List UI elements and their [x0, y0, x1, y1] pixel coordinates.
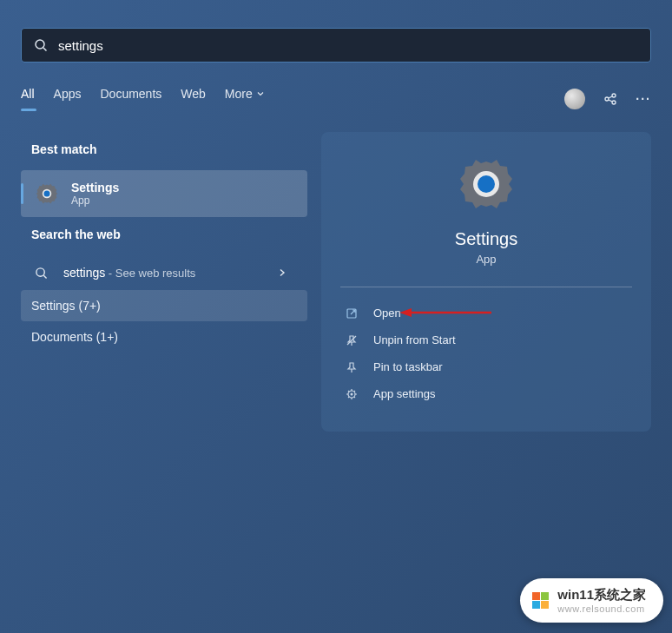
- filter-tabs-row: All Apps Documents Web More ···: [0, 80, 672, 118]
- svg-point-4: [612, 101, 616, 104]
- watermark-logo: [532, 592, 549, 609]
- tab-documents[interactable]: Documents: [100, 87, 161, 111]
- chevron-right-icon: [278, 265, 287, 280]
- web-result-term: settings: [63, 266, 105, 280]
- search-input[interactable]: [58, 38, 638, 53]
- preview-panel: Settings App Open Unpin from Start: [321, 132, 651, 432]
- web-result-suffix: - See web results: [105, 267, 195, 280]
- search-web-header: Search the web: [21, 217, 307, 252]
- svg-point-2: [605, 97, 609, 101]
- tab-more[interactable]: More: [225, 87, 265, 111]
- preview-title: Settings: [455, 229, 517, 249]
- svg-point-8: [44, 191, 50, 197]
- pin-taskbar-action[interactable]: Pin to taskbar: [340, 353, 632, 380]
- more-options-icon[interactable]: ···: [636, 92, 651, 106]
- watermark: win11系统之家 www.relsound.com: [520, 578, 663, 623]
- result-title: Settings: [71, 181, 119, 195]
- svg-line-5: [609, 96, 612, 98]
- svg-line-10: [43, 275, 46, 278]
- gear-icon: [458, 156, 514, 212]
- gear-icon: [35, 181, 59, 206]
- unpin-action[interactable]: Unpin from Start: [340, 326, 632, 353]
- tab-web[interactable]: Web: [181, 87, 206, 111]
- tab-all[interactable]: All: [21, 87, 35, 111]
- svg-line-1: [43, 48, 47, 51]
- search-box[interactable]: [21, 28, 651, 63]
- unpin-label: Unpin from Start: [373, 333, 456, 346]
- pin-icon: [344, 361, 359, 373]
- documents-category-row[interactable]: Documents (1+): [21, 321, 307, 353]
- open-icon: [344, 307, 359, 320]
- avatar[interactable]: [564, 89, 585, 109]
- app-settings-action[interactable]: App settings: [340, 380, 632, 407]
- divider: [340, 287, 632, 287]
- best-match-header: Best match: [21, 132, 307, 167]
- tab-apps[interactable]: Apps: [54, 87, 82, 111]
- results-panel: Best match Settings App Search the web: [21, 132, 307, 432]
- watermark-url: www.relsound.com: [557, 603, 646, 614]
- open-label: Open: [373, 307, 401, 320]
- app-settings-label: App settings: [373, 387, 436, 400]
- best-match-result[interactable]: Settings App: [21, 170, 307, 217]
- result-subtitle: App: [71, 195, 119, 207]
- search-icon: [34, 38, 48, 52]
- open-action[interactable]: Open: [340, 300, 632, 326]
- tab-more-label: More: [225, 87, 253, 101]
- unpin-icon: [344, 334, 359, 346]
- pin-taskbar-label: Pin to taskbar: [373, 360, 443, 373]
- svg-line-6: [609, 100, 612, 102]
- chevron-down-icon: [256, 89, 265, 98]
- svg-point-9: [36, 267, 44, 275]
- svg-point-12: [478, 175, 495, 193]
- preview-subtitle: App: [476, 253, 496, 266]
- gear-icon: [344, 388, 359, 400]
- watermark-title: win11系统之家: [557, 587, 646, 603]
- share-icon[interactable]: [603, 91, 618, 107]
- web-search-result[interactable]: settings - See web results: [21, 255, 307, 290]
- svg-point-16: [351, 392, 353, 395]
- svg-point-3: [612, 94, 616, 97]
- settings-category-row[interactable]: Settings (7+): [21, 290, 307, 321]
- svg-point-0: [36, 40, 44, 49]
- search-icon: [35, 267, 48, 280]
